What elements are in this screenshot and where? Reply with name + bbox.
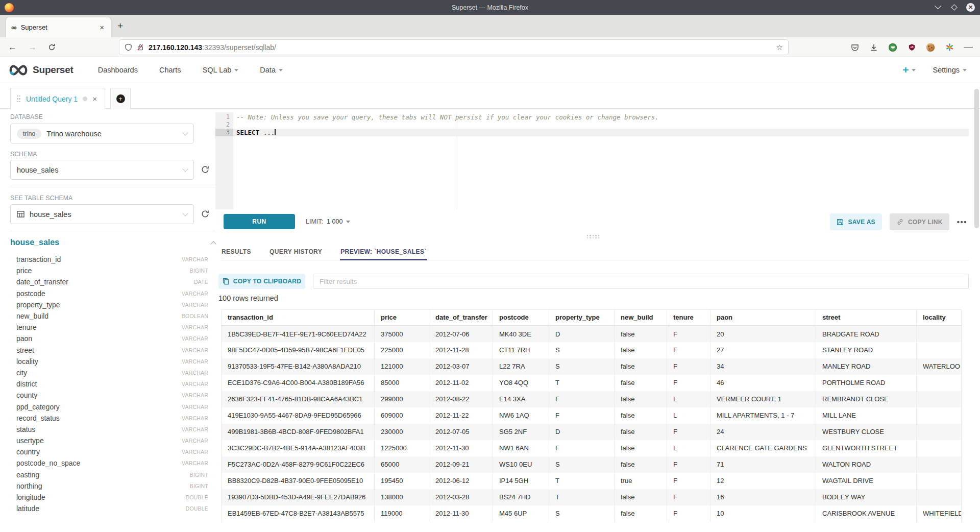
table-cell: GLENTWORTH STREET [816, 440, 917, 456]
nav-item-charts[interactable]: Charts [159, 66, 181, 74]
table-column-row: postcodeVARCHAR [10, 288, 208, 299]
browser-tab[interactable]: ∞ Superset × [6, 17, 111, 37]
download-icon[interactable] [869, 43, 878, 52]
limit-dropdown[interactable]: LIMIT: 1 000 [306, 214, 350, 229]
copy-to-clipboard-button[interactable]: COPY TO CLIPBOARD [218, 274, 305, 289]
window-close-button[interactable]: ✕ [966, 3, 975, 12]
scrollbar-thumb[interactable] [974, 89, 979, 228]
table-cell: WS10 0EU [493, 456, 549, 473]
window-maximize-button[interactable] [950, 4, 958, 12]
forward-button[interactable]: → [28, 43, 37, 52]
nav-item-data[interactable]: Data [260, 66, 283, 74]
ublock-icon[interactable]: uB [907, 43, 916, 52]
drag-handle-icon[interactable] [17, 95, 21, 103]
menu-hamburger-icon[interactable] [964, 43, 973, 52]
column-header-locality[interactable]: locality [917, 310, 962, 326]
table-cell: WAGTAIL DRIVE [816, 473, 917, 489]
table-cell: F5C273AC-0D2A-458F-8279-9C61F0C22EC6 [222, 456, 375, 473]
table-cell: L22 7RA [493, 358, 549, 375]
table-column-row: northingBIGINT [10, 480, 208, 492]
sql-comment: -- Note: Unless you save your query, the… [236, 113, 659, 121]
plus-circle-icon: + [116, 94, 125, 103]
filter-results-input[interactable] [313, 274, 969, 289]
pocket-icon[interactable] [850, 43, 860, 52]
nav-item-dashboards[interactable]: Dashboards [98, 66, 138, 74]
table-column-row: postcode_no_spaceVARCHAR [10, 457, 208, 469]
floppy-disk-icon [837, 219, 844, 226]
column-type: BIGINT [190, 483, 208, 489]
pinwheel-extension-icon[interactable] [945, 43, 954, 52]
results-tab-results[interactable]: RESULTS [221, 245, 252, 260]
refresh-schemas-icon[interactable] [201, 165, 210, 174]
sql-editor[interactable]: 123 -- Note: Unless you save your query,… [215, 112, 969, 209]
results-tab-query-history[interactable]: QUERY HISTORY [269, 245, 323, 260]
nav-item-sql-lab[interactable]: SQL Lab [203, 66, 239, 74]
lock-broken-icon[interactable] [137, 43, 144, 51]
database-select[interactable]: trino Trino warehouse [10, 124, 194, 143]
superset-logo[interactable]: Superset [8, 64, 74, 77]
table-row: ECE1D376-C9A6-4C00-B004-A380B189FA568500… [222, 375, 962, 391]
table-cell: F [549, 440, 615, 456]
sql-keyword: SELECT [236, 129, 259, 136]
column-header-paon[interactable]: paon [710, 310, 816, 326]
column-header-price[interactable]: price [375, 310, 429, 326]
editor-code[interactable]: -- Note: Unless you save your query, the… [233, 112, 969, 209]
table-cell: BRADGATE ROAD [816, 326, 917, 342]
column-header-tenure[interactable]: tenure [667, 310, 710, 326]
column-name: usertype [16, 437, 44, 445]
url-text: 217.160.120.143:32393/superset/sqllab/ [149, 43, 772, 52]
run-button[interactable]: RUN [224, 214, 295, 229]
column-header-new_build[interactable]: new_build [615, 310, 667, 326]
add-query-tab-button[interactable]: + [110, 88, 131, 109]
divider [10, 187, 215, 187]
cookie-extension-icon[interactable] [926, 43, 935, 52]
query-tab-close-icon[interactable]: × [92, 95, 97, 103]
schema-select[interactable]: house_sales [10, 160, 194, 180]
query-tab-active[interactable]: Untitled Query 1 × [10, 88, 105, 109]
column-header-street[interactable]: street [816, 310, 917, 326]
table-cell: MILL APARTMENTS, 1 - 7 [710, 407, 816, 424]
new-tab-button[interactable]: + [117, 21, 123, 31]
bookmark-star-icon[interactable]: ☆ [776, 43, 783, 52]
reload-button[interactable] [48, 43, 56, 51]
settings-menu[interactable]: Settings [933, 66, 967, 74]
table-select[interactable]: house_sales [10, 204, 194, 224]
shield-icon[interactable] [125, 43, 132, 52]
table-cell: 138000 [375, 489, 429, 505]
refresh-tables-icon[interactable] [201, 209, 210, 219]
table-column-row: ppd_categoryVARCHAR [10, 401, 208, 412]
results-tab-preview[interactable]: PREVIEW: `HOUSE_SALES` [340, 245, 427, 260]
table-row: 3C3C29DC-B7B2-4BE5-914A-A38123AF403B1225… [222, 440, 962, 456]
pane-resize-handle[interactable] [587, 234, 601, 239]
database-engine-badge: trino [17, 129, 41, 139]
column-name: new_build [16, 312, 48, 320]
column-header-postcode[interactable]: postcode [493, 310, 549, 326]
chevron-up-icon[interactable] [210, 241, 216, 247]
table-cell: WATERLOO [917, 358, 962, 375]
url-bar[interactable]: 217.160.120.143:32393/superset/sqllab/ ☆ [119, 40, 788, 55]
privacy-extension-icon[interactable] [888, 43, 897, 52]
table-cell: 499B1981-3B6B-4BCD-808F-9FED9802BFA1 [222, 424, 375, 440]
save-as-button[interactable]: SAVE AS [830, 213, 881, 230]
column-header-date_of_transfer[interactable]: date_of_transfer [429, 310, 493, 326]
column-type: VARCHAR [182, 415, 208, 421]
column-header-property_type[interactable]: property_type [549, 310, 615, 326]
more-actions-button[interactable]: ••• [957, 217, 967, 226]
table-column-row: tenureVARCHAR [10, 322, 208, 333]
table-cell [917, 375, 962, 391]
tab-close-icon[interactable]: × [98, 23, 106, 32]
window-minimize-button[interactable] [934, 4, 942, 12]
column-type: VARCHAR [182, 358, 208, 365]
copy-link-button[interactable]: COPY LINK [890, 213, 949, 230]
table-cell: 2012-11-02 [429, 375, 493, 391]
schema-select-value: house_sales [17, 166, 58, 174]
column-type: VARCHAR [182, 302, 208, 308]
add-new-button[interactable]: + [902, 64, 915, 76]
back-button[interactable]: ← [8, 43, 17, 52]
table-cell: 16 [710, 489, 816, 505]
table-cell: BODLEY WAY [816, 489, 917, 505]
table-schema-header[interactable]: house_sales [10, 238, 215, 247]
table-column-row: longitudeDOUBLE [10, 492, 208, 503]
table-cell: false [615, 456, 667, 473]
column-header-transaction_id[interactable]: transaction_id [222, 310, 375, 326]
